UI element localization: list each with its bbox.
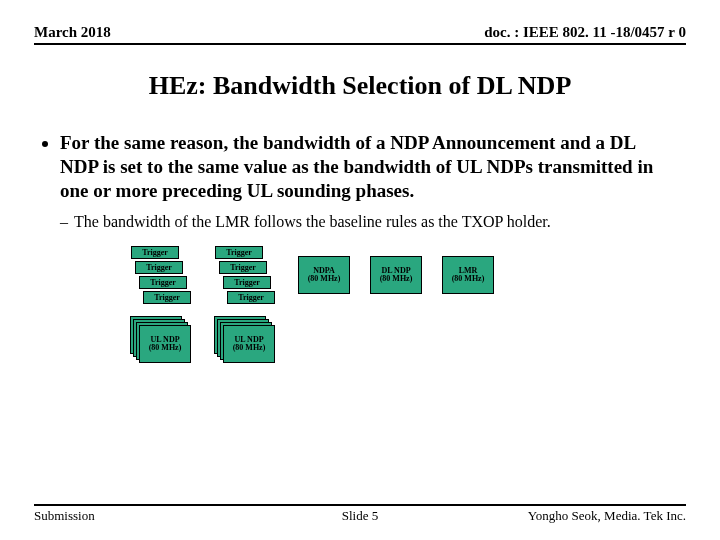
- footer-slide: Slide 5: [34, 508, 686, 524]
- trigger-box: Trigger: [131, 246, 179, 259]
- ulndp-stack-2: UL NDP (80 MHz): [214, 316, 276, 362]
- subbullet-1: –The bandwidth of the LMR follows the ba…: [74, 212, 686, 232]
- diagram: Trigger Trigger Trigger Trigger UL NDP (…: [34, 246, 686, 362]
- dlndp-box: DL NDP (80 MHz): [370, 256, 422, 294]
- trigger-box: Trigger: [215, 246, 263, 259]
- header: March 2018 doc. : IEEE 802. 11 -18/0457 …: [34, 24, 686, 45]
- ndpa-box: NDPA (80 MHz): [298, 256, 350, 294]
- phase-1: Trigger Trigger Trigger Trigger UL NDP (…: [130, 246, 192, 362]
- phase-2: Trigger Trigger Trigger Trigger UL NDP (…: [214, 246, 276, 362]
- bullet-list: For the same reason, the bandwidth of a …: [60, 131, 686, 202]
- ulndp-box: UL NDP (80 MHz): [223, 325, 275, 363]
- header-date: March 2018: [34, 24, 111, 41]
- ulndp-stack-1: UL NDP (80 MHz): [130, 316, 192, 362]
- trigger-box: Trigger: [143, 291, 191, 304]
- header-doc: doc. : IEEE 802. 11 -18/0457 r 0: [484, 24, 686, 41]
- lmr-box: LMR (80 MHz): [442, 256, 494, 294]
- bullet-1: For the same reason, the bandwidth of a …: [60, 131, 686, 202]
- dl-row: NDPA (80 MHz) DL NDP (80 MHz) LMR (80 MH…: [298, 256, 494, 294]
- trigger-box: Trigger: [223, 276, 271, 289]
- trigger-stack-1: Trigger Trigger Trigger Trigger: [131, 246, 191, 306]
- trigger-box: Trigger: [135, 261, 183, 274]
- ulndp-box: UL NDP (80 MHz): [139, 325, 191, 363]
- page-title: HEz: Bandwidth Selection of DL NDP: [34, 71, 686, 101]
- trigger-box: Trigger: [227, 291, 275, 304]
- trigger-stack-2: Trigger Trigger Trigger Trigger: [215, 246, 275, 306]
- trigger-box: Trigger: [139, 276, 187, 289]
- trigger-box: Trigger: [219, 261, 267, 274]
- footer: Submission Slide 5 Yongho Seok, Media. T…: [34, 504, 686, 524]
